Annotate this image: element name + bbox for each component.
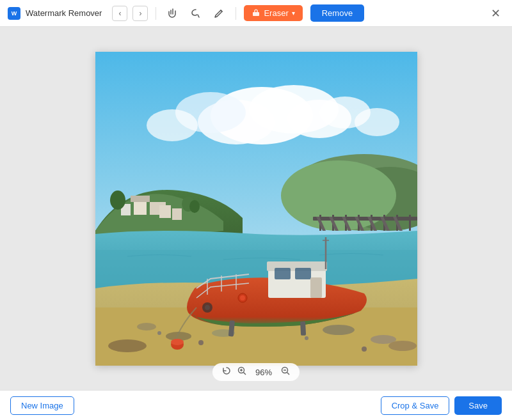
svg-rect-17: [313, 217, 417, 221]
eraser-label: Eraser: [264, 8, 288, 18]
svg-rect-8: [131, 196, 150, 202]
bottom-right-actions: Crop & Save Save: [381, 396, 502, 415]
zoom-in-icon[interactable]: [237, 366, 247, 378]
svg-line-69: [287, 373, 290, 375]
app-title: Watermark Remover: [26, 8, 102, 18]
svg-point-42: [157, 331, 161, 335]
svg-point-13: [110, 191, 125, 210]
zoom-bar: 96%: [212, 363, 300, 381]
eraser-button[interactable]: Eraser ▾: [244, 5, 302, 21]
scene-svg: [95, 52, 417, 366]
svg-rect-2: [253, 12, 259, 16]
svg-rect-50: [310, 277, 322, 298]
save-button[interactable]: Save: [454, 396, 502, 415]
svg-point-44: [305, 336, 308, 340]
separator-1: [156, 7, 156, 20]
svg-point-15: [189, 200, 200, 213]
svg-point-63: [205, 305, 210, 310]
svg-line-65: [244, 373, 246, 375]
zoom-out-icon[interactable]: [280, 366, 291, 378]
image-container: [95, 52, 417, 366]
svg-rect-11: [172, 208, 182, 220]
crop-save-button[interactable]: Crop & Save: [381, 396, 450, 415]
close-button[interactable]: ✕: [486, 4, 504, 22]
forward-button[interactable]: ›: [132, 6, 148, 21]
titlebar: W Watermark Remover ‹ › Eraser ▾ Remove …: [0, 0, 512, 27]
app-icon: W: [8, 7, 20, 20]
zoom-level: 96%: [252, 368, 275, 377]
hand-tool-icon[interactable]: [164, 4, 182, 22]
svg-rect-25: [409, 215, 411, 231]
svg-rect-48: [275, 268, 291, 279]
svg-text:W: W: [12, 10, 17, 17]
reset-zoom-icon[interactable]: [221, 366, 232, 378]
separator-2: [236, 7, 236, 20]
new-image-button[interactable]: New Image: [10, 396, 74, 415]
svg-rect-10: [159, 205, 171, 218]
svg-rect-61: [300, 321, 306, 335]
remove-button[interactable]: Remove: [310, 4, 364, 22]
svg-point-41: [388, 341, 417, 351]
back-button[interactable]: ‹: [112, 6, 127, 21]
lasso-tool-icon[interactable]: [187, 4, 205, 22]
svg-point-59: [171, 339, 184, 345]
eraser-chevron: ▾: [292, 10, 295, 17]
pen-tool-icon[interactable]: [210, 4, 228, 22]
svg-point-38: [323, 325, 355, 335]
svg-point-40: [108, 339, 147, 352]
svg-point-35: [137, 323, 156, 331]
svg-rect-49: [295, 268, 311, 279]
canvas-area: 96%: [0, 27, 512, 390]
svg-point-57: [240, 295, 245, 300]
svg-point-45: [362, 346, 367, 352]
svg-point-33: [147, 109, 198, 141]
bottom-bar: New Image Crop & Save Save: [0, 390, 512, 420]
svg-point-32: [355, 108, 399, 136]
svg-point-43: [198, 340, 204, 345]
